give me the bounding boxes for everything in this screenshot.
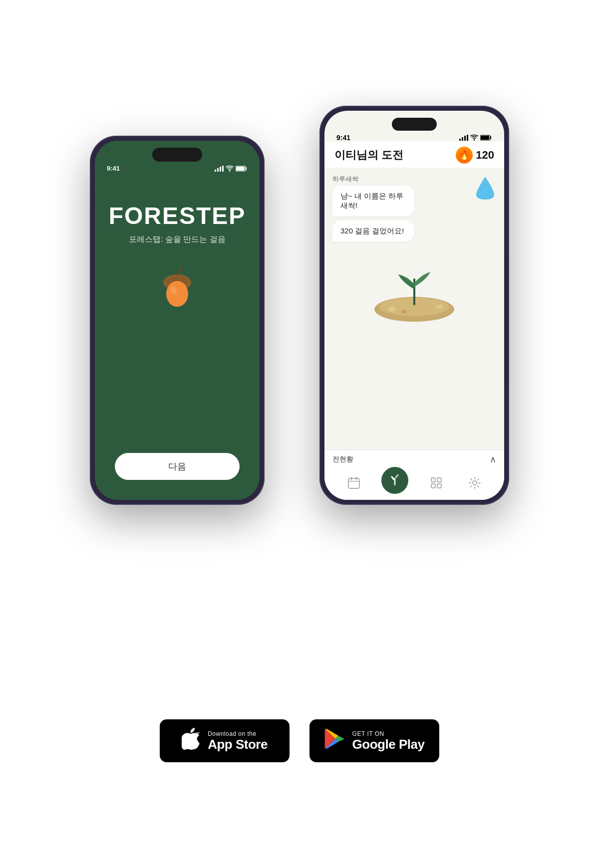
- svg-rect-14: [481, 136, 489, 140]
- svg-rect-5: [236, 167, 245, 171]
- splash-content: FORESTEP 포레스탭: 숲을 만드는 걸음: [95, 172, 260, 500]
- apple-icon: [182, 728, 200, 754]
- tab-bar: [324, 468, 504, 500]
- phones-container: 9:41: [75, 106, 524, 704]
- bottom-panel-label: 전현황: [332, 455, 353, 464]
- badge-count: 120: [476, 149, 494, 162]
- battery-icon-right: [480, 135, 492, 141]
- google-play-button[interactable]: GET IT ON Google Play: [309, 719, 439, 762]
- plant-center-icon: [388, 474, 401, 487]
- chat-bubble-2: 320 걸음 걸었어요!: [332, 220, 414, 242]
- app-store-button[interactable]: Download on the App Store: [160, 719, 290, 762]
- download-section: Download on the App Store GET IT ON Goog…: [160, 719, 439, 762]
- app-title: FORESTEP: [109, 202, 246, 229]
- app-store-line2: App Store: [208, 737, 268, 752]
- chat-bubble-1: 냥~ 내 이름은 하루새싹!: [332, 186, 414, 217]
- header-badge: 🔥 120: [456, 147, 494, 164]
- app-subtitle: 포레스탭: 숲을 만드는 걸음: [109, 234, 246, 245]
- next-button[interactable]: 다음: [115, 453, 240, 480]
- google-play-logo-svg: [324, 729, 344, 751]
- apple-logo-svg: [182, 728, 200, 750]
- header-title: 이티님의 도전: [334, 148, 403, 163]
- svg-rect-10: [462, 137, 463, 141]
- calendar-icon: [347, 476, 360, 489]
- svg-rect-27: [437, 478, 441, 482]
- svg-rect-28: [431, 484, 435, 488]
- status-icons-left: [215, 166, 248, 172]
- google-play-icon: [324, 729, 344, 753]
- app-store-line1: Download on the: [208, 730, 268, 737]
- wifi-icon-left: [226, 166, 234, 172]
- svg-rect-12: [467, 135, 468, 141]
- svg-point-17: [388, 307, 396, 312]
- dynamic-island-right: [392, 118, 437, 131]
- signal-icon-right: [459, 135, 468, 141]
- signal-icon-left: [215, 166, 224, 172]
- plant-svg: [364, 257, 464, 322]
- svg-point-19: [401, 310, 407, 314]
- svg-rect-1: [217, 168, 219, 172]
- left-phone: 9:41: [90, 136, 265, 505]
- header-right: 이티님의 도전 🔥 120: [324, 142, 504, 168]
- fire-badge-icon: 🔥: [456, 147, 473, 164]
- google-play-text: GET IT ON Google Play: [352, 730, 425, 752]
- store-icon: [430, 476, 443, 489]
- tab-plant-center[interactable]: [381, 467, 408, 494]
- tab-settings[interactable]: [464, 472, 486, 494]
- settings-icon: [468, 476, 481, 489]
- status-bar-left: 9:41: [95, 162, 260, 172]
- wifi-icon-right: [470, 135, 478, 141]
- google-play-line2: Google Play: [352, 737, 425, 752]
- svg-point-18: [436, 305, 443, 309]
- svg-point-7: [166, 281, 188, 307]
- svg-rect-0: [215, 170, 216, 172]
- status-bar-right: 9:41: [324, 131, 504, 142]
- plant-container: [332, 247, 496, 327]
- acorn-icon: [155, 265, 200, 310]
- svg-rect-26: [431, 478, 435, 482]
- chat-area: 하루새싹 냥~ 내 이름은 하루새싹! 320 걸음 걸었어요!: [324, 168, 504, 449]
- status-icons-right: [459, 135, 492, 141]
- google-play-line1: GET IT ON: [352, 730, 425, 737]
- next-button-label: 다음: [168, 460, 186, 472]
- battery-icon-left: [236, 166, 248, 172]
- tab-store[interactable]: [425, 472, 447, 494]
- svg-rect-11: [464, 136, 466, 141]
- svg-point-30: [473, 481, 477, 485]
- time-left: 9:41: [107, 165, 120, 172]
- time-right: 9:41: [336, 134, 350, 142]
- app-store-text: Download on the App Store: [208, 730, 268, 752]
- svg-rect-9: [459, 139, 461, 141]
- dynamic-island-left: [152, 148, 202, 162]
- svg-rect-21: [348, 478, 359, 488]
- chevron-up-icon[interactable]: ∧: [490, 454, 496, 465]
- chat-sender: 하루새싹: [332, 175, 428, 184]
- bottom-panel: 전현황 ∧: [324, 450, 504, 468]
- right-phone: 9:41: [319, 106, 509, 505]
- tab-calendar[interactable]: [343, 472, 365, 494]
- svg-rect-3: [222, 166, 224, 172]
- svg-rect-2: [220, 167, 221, 172]
- water-drop-icon: [474, 175, 496, 202]
- svg-rect-29: [437, 484, 441, 488]
